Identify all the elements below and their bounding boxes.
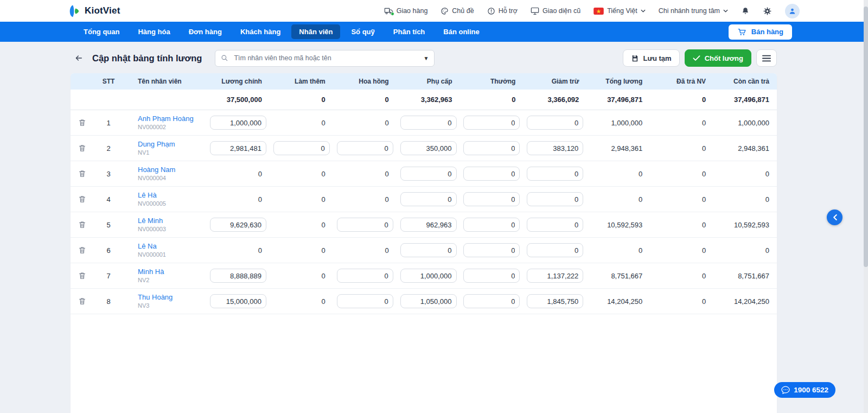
salary-value: 0 — [270, 297, 333, 306]
salary-input[interactable] — [337, 141, 393, 155]
salary-input[interactable] — [400, 167, 457, 181]
branch-selector[interactable]: Chi nhánh trung tâm — [659, 7, 728, 15]
total-value: 0 — [333, 96, 397, 104]
employee-name-link[interactable]: Lê Minh — [138, 217, 206, 225]
notifications-button[interactable] — [741, 7, 750, 16]
employee-cell: Minh HàNV2 — [124, 268, 206, 284]
employee-code: NV000005 — [138, 200, 206, 208]
nav-item-5[interactable]: Nhân viên — [291, 24, 340, 39]
search-icon — [221, 54, 228, 62]
salary-input[interactable] — [400, 269, 457, 283]
user-avatar[interactable] — [785, 4, 800, 18]
settings-button[interactable] — [763, 7, 772, 16]
employee-name-link[interactable]: Lê Na — [138, 242, 206, 251]
delete-row-button[interactable] — [71, 220, 93, 229]
delete-row-button[interactable] — [71, 118, 93, 127]
sell-button[interactable]: Bán hàng — [729, 24, 792, 40]
employee-cell: Thu HoàngNV3 — [124, 293, 206, 310]
employee-code: NV000003 — [138, 226, 206, 233]
salary-input[interactable] — [463, 116, 520, 130]
salary-input[interactable] — [463, 192, 520, 206]
nav-item-2[interactable]: Hàng hóa — [130, 24, 177, 39]
employee-name-link[interactable]: Hoàng Nam — [138, 166, 206, 174]
salary-input[interactable] — [210, 218, 266, 232]
chat-icon — [781, 386, 790, 394]
salary-input[interactable] — [400, 116, 457, 130]
salary-input[interactable] — [400, 243, 457, 257]
salary-input[interactable] — [400, 218, 457, 232]
salary-input[interactable] — [337, 294, 393, 308]
back-button[interactable] — [71, 50, 87, 66]
employee-name-link[interactable]: Dung Phạm — [138, 140, 206, 149]
delete-row-button[interactable] — [71, 144, 93, 153]
column-header: Tổng lương — [586, 78, 650, 85]
salary-value: 0 — [650, 119, 713, 127]
chevron-down-icon — [641, 9, 646, 12]
scrollbar-thumb[interactable] — [864, 7, 868, 267]
salary-input[interactable] — [400, 141, 457, 155]
salary-input[interactable] — [210, 294, 266, 308]
nav-item-1[interactable]: Tổng quan — [76, 24, 127, 39]
employee-name-link[interactable]: Minh Hà — [138, 268, 206, 276]
salary-input[interactable] — [463, 218, 520, 232]
nav-item-3[interactable]: Đơn hàng — [181, 24, 229, 39]
salary-input[interactable] — [527, 141, 583, 155]
salary-input[interactable] — [527, 192, 583, 206]
menu-item-delivery[interactable]: Giao hàng — [384, 7, 428, 15]
salary-value: 0 — [650, 221, 713, 229]
kiotviet-logo[interactable]: KiotViet — [67, 4, 120, 18]
nav-item-6[interactable]: Sổ quỹ — [343, 24, 382, 39]
salary-input[interactable] — [463, 294, 520, 308]
salary-input[interactable] — [210, 141, 266, 155]
menu-item-theme[interactable]: Chủ đề — [441, 7, 474, 15]
employee-name-link[interactable]: Lê Hà — [138, 191, 206, 200]
employee-search-input[interactable] — [233, 54, 419, 62]
row-index: 3 — [93, 170, 124, 178]
delete-row-button[interactable] — [71, 246, 93, 255]
salary-value: 14,204,250 — [713, 297, 777, 306]
table-row: 1Anh Phạm HoàngNV000002001,000,00001,000… — [71, 110, 777, 136]
salary-input[interactable] — [400, 192, 457, 206]
table-row: 8Thu HoàngNV3014,204,250014,204,250 — [71, 289, 777, 314]
salary-input[interactable] — [527, 294, 583, 308]
delete-row-button[interactable] — [71, 271, 93, 280]
salary-input[interactable] — [463, 243, 520, 257]
salary-input[interactable] — [527, 116, 583, 130]
salary-input[interactable] — [273, 141, 330, 155]
side-panel-toggle-button[interactable] — [827, 209, 843, 225]
more-menu-button[interactable] — [756, 49, 777, 67]
menu-item-support[interactable]: Hỗ trợ — [487, 7, 518, 15]
salary-input[interactable] — [337, 269, 393, 283]
hotline-button[interactable]: 1900 6522 — [774, 382, 835, 398]
salary-input[interactable] — [527, 218, 583, 232]
delete-row-button[interactable] — [71, 297, 93, 306]
salary-input[interactable] — [527, 269, 583, 283]
salary-input[interactable] — [210, 269, 266, 283]
nav-item-8[interactable]: Bán online — [436, 24, 487, 39]
salary-input[interactable] — [463, 167, 520, 181]
menu-item-old-interface[interactable]: Giao diện cũ — [531, 7, 580, 15]
gear-icon — [763, 7, 772, 16]
employee-name-link[interactable]: Anh Phạm Hoàng — [138, 115, 206, 123]
nav-item-4[interactable]: Khách hàng — [233, 24, 288, 39]
save-draft-button[interactable]: Lưu tạm — [623, 49, 680, 67]
salary-cell — [206, 116, 270, 130]
delete-row-button[interactable] — [71, 169, 93, 178]
employee-name-link[interactable]: Thu Hoàng — [138, 293, 206, 302]
finalize-salary-button[interactable]: Chốt lương — [685, 49, 751, 67]
salary-input[interactable] — [527, 243, 583, 257]
language-label: Tiếng Việt — [607, 7, 637, 15]
salary-cell — [460, 294, 524, 308]
nav-item-7[interactable]: Phân tích — [386, 24, 433, 39]
language-selector[interactable]: Tiếng Việt — [593, 7, 646, 15]
delete-row-button[interactable] — [71, 195, 93, 204]
salary-input[interactable] — [337, 218, 393, 232]
page-scrollbar[interactable] — [864, 0, 868, 413]
salary-input[interactable] — [400, 294, 457, 308]
salary-input[interactable] — [463, 141, 520, 155]
salary-input[interactable] — [463, 269, 520, 283]
user-icon — [788, 7, 796, 15]
salary-input[interactable] — [210, 116, 266, 130]
search-dropdown-caret-icon[interactable]: ▼ — [424, 55, 429, 61]
salary-input[interactable] — [527, 167, 583, 181]
